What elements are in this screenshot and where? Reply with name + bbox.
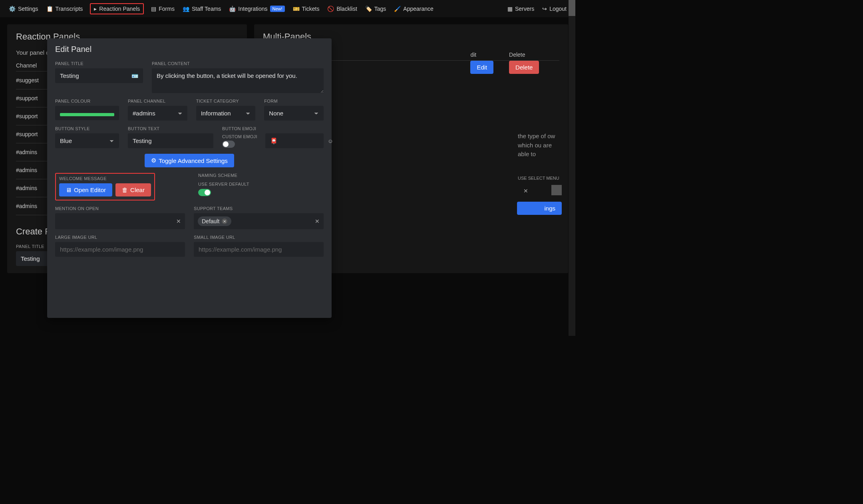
scrollbar-thumb[interactable] [569,0,575,16]
form-select[interactable]: None [264,106,324,121]
custom-emoji-toggle[interactable] [222,141,235,148]
nav-appearance-label: Appearance [403,6,433,12]
edit-panel-modal: Edit Panel PANEL TITLE 🪪 PANEL CONTENT P… [47,38,332,318]
cursor-icon: ▸ [94,6,97,12]
emoji-picker-icon[interactable]: ☺ [328,138,333,144]
toggle-advanced-button[interactable]: ⚙Toggle Advanced Settings [145,154,234,167]
naming-scheme-label: NAMING SCHEME [198,173,324,178]
large-image-label: LARGE IMAGE URL [55,235,185,240]
sliders-icon: ⚙ [151,157,156,164]
small-image-label: SMALL IMAGE URL [194,235,324,240]
nav-tickets[interactable]: 🎫Tickets [292,3,320,14]
multi-delete-button[interactable]: Delete [509,61,539,74]
ban-icon: 🚫 [327,6,334,12]
mention-on-open-input[interactable]: ✕ [55,213,185,229]
nav-forms-label: Forms [159,6,175,12]
open-editor-button[interactable]: 🖥Open Editor [59,183,112,196]
logout-icon: ↪ [542,6,547,12]
id-card-icon: 🪪 [131,73,138,79]
panel-content-textarea[interactable] [152,68,324,93]
users-icon: 👥 [183,6,189,12]
ticket-icon: 🎫 [293,6,300,12]
small-image-input[interactable] [194,242,324,257]
nav-appearance[interactable]: 🖌️Appearance [393,3,434,14]
col-edit: dit [470,49,509,61]
use-select-menu-toggle[interactable] [551,185,562,195]
toggle-advanced-label: Toggle Advanced Settings [159,157,228,164]
use-select-menu-label: USE SELECT MENU [518,176,562,181]
panel-colour-picker[interactable] [55,106,119,120]
brush-icon: 🖌️ [394,6,401,12]
trash-icon: 🗑 [122,187,128,193]
new-badge: New! [270,6,285,12]
custom-emoji-label: CUSTOM EMOJI [222,134,257,139]
nav-reaction-panels-label: Reaction Panels [99,6,140,12]
nav-staff-teams-label: Staff Teams [192,6,221,12]
ticket-category-select[interactable]: Information [196,106,256,121]
nav-tags[interactable]: 🏷️Tags [364,3,387,14]
nav-settings[interactable]: ⚙️Settings [8,3,39,14]
nav-settings-label: Settings [18,6,38,12]
emoji-input[interactable] [265,133,324,148]
ticket-category-label: TICKET CATEGORY [196,99,256,103]
clear-icon[interactable]: ✕ [176,218,181,224]
panel-channel-select[interactable]: #admins [128,106,187,121]
nav-logout[interactable]: ↪Logout [541,3,567,14]
nav-logout-label: Logout [549,6,567,12]
chip-label: Default [202,218,219,224]
button-text-label: BUTTON TEXT [128,126,213,131]
welcome-message-label: WELCOME MESSAGE [59,176,151,181]
nav-blacklist[interactable]: 🚫Blacklist [326,3,358,14]
nav-servers[interactable]: ▦Servers [507,3,535,14]
chip-remove-icon[interactable]: ✕ [222,218,227,224]
editor-icon: 🖥 [66,187,72,193]
tag-icon: 🏷️ [365,6,372,12]
nav-reaction-panels[interactable]: ▸Reaction Panels [90,3,144,14]
clear-icon[interactable]: ✕ [315,218,320,224]
nav-transcripts-label: Transcripts [56,6,83,12]
multi-panel-desc: the type of ow which ou are able to [518,132,562,159]
server-icon: ▦ [507,6,513,12]
button-style-label: BUTTON STYLE [55,126,119,131]
nav-integrations-label: Integrations [238,6,267,12]
button-text-input[interactable] [128,133,213,148]
panel-content-label: PANEL CONTENT [152,61,324,66]
nav-blacklist-label: Blacklist [336,6,357,12]
toggle-advanced-bg-button[interactable]: ings [517,202,562,215]
nav-staff-teams[interactable]: 👥Staff Teams [182,3,222,14]
nav-transcripts[interactable]: 📋Transcripts [46,3,84,14]
form-icon: ▤ [151,6,156,12]
large-image-input[interactable] [55,242,185,257]
nav-tags-label: Tags [374,6,386,12]
button-style-select[interactable]: Blue [55,133,119,148]
modal-title: Edit Panel [55,45,324,54]
mention-on-open-label: MENTION ON OPEN [55,206,185,211]
nav-integrations[interactable]: 🤖IntegrationsNew! [228,3,285,14]
emoji-clear-x[interactable]: ✕ [523,188,528,194]
multi-edit-button[interactable]: Edit [470,61,493,74]
copy-icon: 📋 [46,6,53,12]
scrollbar-track[interactable] [569,0,575,336]
robot-icon: 🤖 [229,6,236,12]
button-emoji-label: BUTTON EMOJI [222,126,324,131]
nav-tickets-label: Tickets [302,6,320,12]
col-delete: Delete [509,49,559,61]
panel-title-input[interactable] [55,68,143,83]
support-teams-input[interactable]: Default✕ ✕ [194,213,324,229]
panel-colour-label: PANEL COLOUR [55,99,119,103]
clear-label: Clear [130,187,145,193]
use-server-default-label: USE SERVER DEFAULT [198,182,324,187]
support-team-chip: Default✕ [198,216,231,226]
clear-button[interactable]: 🗑Clear [115,183,151,196]
panel-channel-label: PANEL CHANNEL [128,99,187,103]
open-editor-label: Open Editor [74,187,106,193]
use-server-default-toggle[interactable] [198,189,211,196]
welcome-message-block: WELCOME MESSAGE 🖥Open Editor 🗑Clear [55,173,155,200]
gears-icon: ⚙️ [9,6,16,12]
support-teams-label: SUPPORT TEAMS [194,206,324,211]
panel-title-label: PANEL TITLE [55,61,143,66]
nav-forms[interactable]: ▤Forms [150,3,175,14]
topbar: ⚙️Settings 📋Transcripts ▸Reaction Panels… [0,0,575,17]
nav-servers-label: Servers [515,6,534,12]
form-label: FORM [264,99,324,103]
